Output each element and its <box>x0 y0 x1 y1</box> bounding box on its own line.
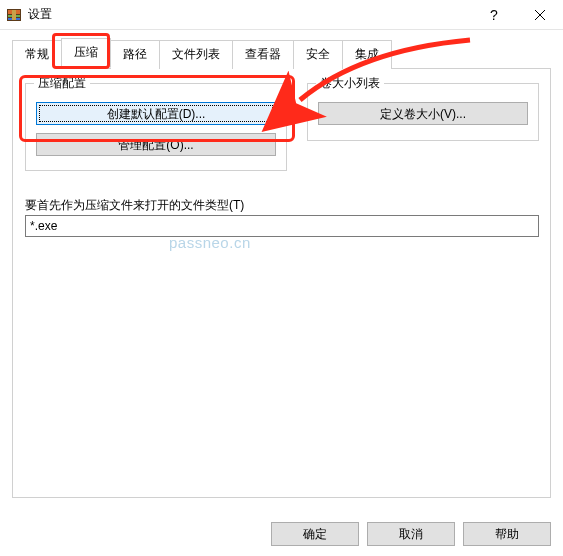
ok-button[interactable]: 确定 <box>271 522 359 546</box>
tab-viewer[interactable]: 查看器 <box>232 40 294 69</box>
help-footer-button[interactable]: 帮助 <box>463 522 551 546</box>
cancel-button[interactable]: 取消 <box>367 522 455 546</box>
define-volume-size-button[interactable]: 定义卷大小(V)... <box>318 102 528 125</box>
group-volume-size: 卷大小列表 定义卷大小(V)... <box>307 83 539 141</box>
tab-paths[interactable]: 路径 <box>110 40 160 69</box>
tab-security[interactable]: 安全 <box>293 40 343 69</box>
manage-config-button[interactable]: 管理配置(O)... <box>36 133 276 156</box>
help-button[interactable]: ? <box>471 0 517 30</box>
close-icon <box>535 10 545 20</box>
app-icon <box>6 7 22 23</box>
dialog-footer: 确定 取消 帮助 <box>271 522 551 546</box>
filetype-input[interactable] <box>25 215 539 237</box>
window-title: 设置 <box>28 6 52 23</box>
tab-compression[interactable]: 压缩 <box>61 38 111 68</box>
filetype-label: 要首先作为压缩文件来打开的文件类型(T) <box>25 197 244 214</box>
group-compression-config: 压缩配置 创建默认配置(D)... 管理配置(O)... <box>25 83 287 171</box>
close-button[interactable] <box>517 0 563 30</box>
titlebar: 设置 ? <box>0 0 563 30</box>
tab-general[interactable]: 常规 <box>12 40 62 69</box>
group-compression-legend: 压缩配置 <box>34 75 90 92</box>
tab-strip: 常规 压缩 路径 文件列表 查看器 安全 集成 <box>0 30 563 68</box>
tab-integration[interactable]: 集成 <box>342 40 392 69</box>
svg-rect-4 <box>12 10 16 20</box>
group-volume-legend: 卷大小列表 <box>316 75 384 92</box>
create-default-config-button[interactable]: 创建默认配置(D)... <box>36 102 276 125</box>
tab-filelist[interactable]: 文件列表 <box>159 40 233 69</box>
tab-panel: 压缩配置 创建默认配置(D)... 管理配置(O)... 卷大小列表 定义卷大小… <box>12 68 551 498</box>
